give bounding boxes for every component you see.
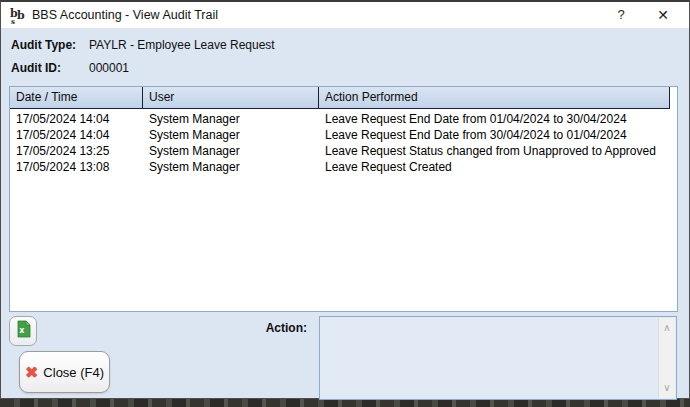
cell-datetime: 17/05/2024 14:04 xyxy=(10,127,143,143)
close-button-label: Close (F4) xyxy=(43,365,104,380)
audit-id-label: Audit ID: xyxy=(11,61,61,75)
audit-type-value: PAYLR - Employee Leave Request xyxy=(89,38,275,52)
column-header-user[interactable]: User xyxy=(143,87,319,108)
column-header-action-performed[interactable]: Action Performed xyxy=(319,87,670,108)
red-x-icon: ✖ xyxy=(25,363,38,382)
scroll-up-icon[interactable]: ∧ xyxy=(659,320,675,336)
screenshot-root: b b s BBS Accounting - View Audit Trail … xyxy=(0,0,690,407)
audit-trail-dialog: b b s BBS Accounting - View Audit Trail … xyxy=(0,0,690,399)
cell-datetime: 17/05/2024 13:25 xyxy=(10,143,143,159)
cell-action: Leave Request Created xyxy=(319,159,672,175)
action-textarea-value xyxy=(323,319,656,397)
cell-user: System Manager xyxy=(143,111,319,127)
cell-action: Leave Request End Date from 01/04/2024 t… xyxy=(319,111,672,127)
cell-datetime: 17/05/2024 13:08 xyxy=(10,159,143,175)
cell-user: System Manager xyxy=(143,127,319,143)
table-header-row: Date / Time User Action Performed xyxy=(10,87,677,109)
action-label: Action: xyxy=(201,321,307,335)
svg-text:b: b xyxy=(17,9,25,22)
column-header-date-time[interactable]: Date / Time xyxy=(10,87,143,108)
cell-user: System Manager xyxy=(143,143,319,159)
action-scrollbar[interactable]: ∧ ∨ xyxy=(658,318,675,398)
cell-action: Leave Request Status changed from Unappr… xyxy=(319,143,672,159)
audit-id-value: 000001 xyxy=(89,61,129,75)
column-header-filler xyxy=(670,87,677,109)
titlebar[interactable]: b b s BBS Accounting - View Audit Trail … xyxy=(1,2,689,29)
table-body: 17/05/2024 14:04 System Manager Leave Re… xyxy=(10,111,677,175)
scroll-down-icon[interactable]: ∨ xyxy=(659,380,675,396)
close-f4-button[interactable]: ✖ Close (F4) xyxy=(19,351,110,393)
help-button[interactable]: ? xyxy=(601,2,641,29)
window-title: BBS Accounting - View Audit Trail xyxy=(32,2,218,29)
table-row[interactable]: 17/05/2024 14:04 System Manager Leave Re… xyxy=(10,127,677,143)
svg-text:x: x xyxy=(19,326,25,335)
excel-export-icon: x xyxy=(16,320,31,342)
svg-text:s: s xyxy=(11,17,15,25)
bbs-app-icon: b b s xyxy=(9,6,28,25)
table-row[interactable]: 17/05/2024 14:04 System Manager Leave Re… xyxy=(10,111,677,127)
cell-action: Leave Request End Date from 30/04/2024 t… xyxy=(319,127,672,143)
table-row[interactable]: 17/05/2024 13:25 System Manager Leave Re… xyxy=(10,143,677,159)
audit-trail-table: Date / Time User Action Performed 17/05/… xyxy=(9,86,678,312)
cell-datetime: 17/05/2024 14:04 xyxy=(10,111,143,127)
table-row[interactable]: 17/05/2024 13:08 System Manager Leave Re… xyxy=(10,159,677,175)
cell-user: System Manager xyxy=(143,159,319,175)
audit-type-label: Audit Type: xyxy=(11,38,76,52)
export-to-excel-button[interactable]: x xyxy=(9,316,37,346)
action-textarea[interactable]: ∧ ∨ xyxy=(319,316,677,400)
window-close-button[interactable]: ✕ xyxy=(643,2,683,29)
